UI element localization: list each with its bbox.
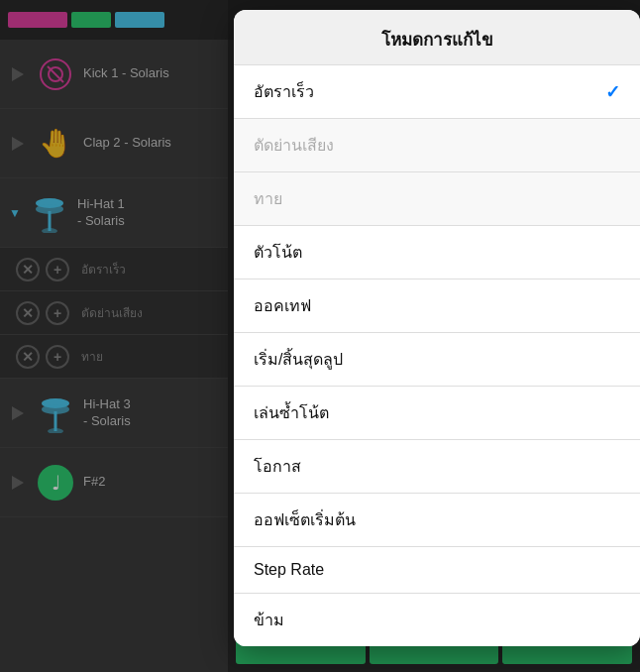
menu-item-looppoints[interactable]: เริ่ม/สิ้นสุดลูป <box>234 333 640 387</box>
menu-item-repeat-label: เล่นซ้ำโน้ต <box>254 400 329 425</box>
popup-menu: โหมดการแก้ไข อัตราเร็ว ✓ ตัดย่านเสียง ทา… <box>234 10 640 646</box>
menu-item-repeat[interactable]: เล่นซ้ำโน้ต <box>234 387 640 440</box>
menu-item-cutoff: ตัดย่านเสียง <box>234 119 640 172</box>
menu-item-speed-label: อัตราเร็ว <box>254 79 314 104</box>
menu-item-octave[interactable]: ออคเทฟ <box>234 280 640 333</box>
menu-item-note[interactable]: ตัวโน้ต <box>234 226 640 280</box>
menu-item-offset-label: ออฟเซ็ตเริ่มต้น <box>254 507 356 532</box>
menu-item-tail-label: ทาย <box>254 186 282 211</box>
menu-item-speed[interactable]: อัตราเร็ว ✓ <box>234 65 640 119</box>
menu-item-looppoints-label: เริ่ม/สิ้นสุดลูป <box>254 347 343 372</box>
checkmark-speed: ✓ <box>605 81 620 103</box>
menu-item-skip-label: ข้าม <box>254 608 284 632</box>
menu-item-tail: ทาย <box>234 172 640 226</box>
menu-item-chance-label: โอกาส <box>254 454 301 479</box>
menu-item-chance[interactable]: โอกาส <box>234 440 640 494</box>
menu-item-offset[interactable]: ออฟเซ็ตเริ่มต้น <box>234 494 640 547</box>
menu-item-note-label: ตัวโน้ต <box>254 240 302 265</box>
menu-item-skip[interactable]: ข้าม <box>234 594 640 646</box>
menu-item-steprate-label: Step Rate <box>254 561 324 579</box>
menu-item-cutoff-label: ตัดย่านเสียง <box>254 133 334 158</box>
menu-item-steprate[interactable]: Step Rate <box>234 547 640 594</box>
menu-item-octave-label: ออคเทฟ <box>254 293 311 318</box>
popup-title: โหมดการแก้ไข <box>234 10 640 65</box>
popup-overlay: โหมดการแก้ไข อัตราเร็ว ✓ ตัดย่านเสียง ทา… <box>0 0 640 672</box>
